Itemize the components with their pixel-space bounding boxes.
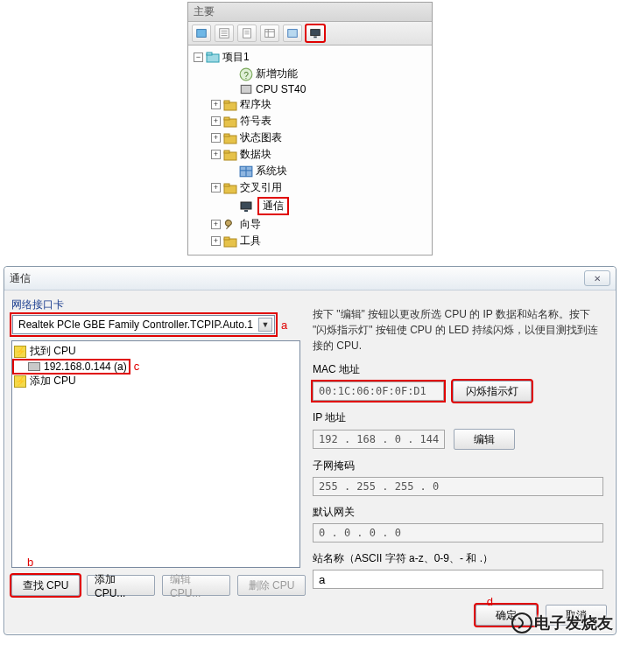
tree-node-symbol-table[interactable]: + 符号表 <box>192 113 428 130</box>
svg-rect-27 <box>224 150 229 153</box>
station-input[interactable] <box>313 570 603 589</box>
expand-icon[interactable]: + <box>211 100 221 109</box>
ip-field: IP 地址 192 . 168 . 0 . 144 编辑 <box>313 410 603 450</box>
gateway-value: 0 . 0 . 0 . 0 <box>313 523 603 542</box>
project-tree: − 项目1 ? 新增功能 CPU ST40 + 程序块 + 符号表 + 状态图表 <box>188 46 432 255</box>
station-label: 站名称（ASCII 字符 a-z、0-9、- 和 .） <box>313 551 603 566</box>
cpu-list-add[interactable]: ⚡ 添加 CPU <box>14 373 298 389</box>
panel-title: 主要 <box>188 3 432 22</box>
tree-node-new-feature[interactable]: ? 新增功能 <box>192 66 428 82</box>
svg-rect-33 <box>241 202 251 209</box>
gateway-field: 默认网关 0 . 0 . 0 . 0 <box>313 505 603 542</box>
svg-rect-34 <box>244 210 248 212</box>
folder-icon <box>223 149 237 161</box>
svg-text:?: ? <box>243 70 249 80</box>
tree-node-status-chart[interactable]: + 状态图表 <box>192 130 428 146</box>
cpu-list[interactable]: ⚡ 找到 CPU 192.168.0.144 (a) c ⚡ 添加 CPU <box>11 340 300 568</box>
tree-node-data-block[interactable]: + 数据块 <box>192 146 428 163</box>
panel-toolbar <box>188 22 432 46</box>
cancel-button[interactable]: 取消 <box>546 605 607 626</box>
mac-label: MAC 地址 <box>313 362 603 377</box>
toolbar-btn-4[interactable] <box>260 24 279 42</box>
tree-node-cross-ref[interactable]: + 交叉引用 <box>192 179 428 196</box>
tree-node-cpu[interactable]: CPU ST40 <box>192 82 428 96</box>
folder-icon <box>223 235 237 248</box>
dialog-footer: d 确定 取消 <box>4 603 616 634</box>
svg-rect-13 <box>311 30 321 36</box>
svg-rect-19 <box>241 85 250 93</box>
ip-label: IP 地址 <box>313 410 603 425</box>
cpu-list-found[interactable]: ⚡ 找到 CPU <box>14 343 298 360</box>
monitor-icon <box>239 200 253 213</box>
toolbar-btn-2[interactable] <box>215 24 234 42</box>
annotation-b: b <box>27 556 33 569</box>
svg-rect-23 <box>224 117 229 120</box>
tree-node-project[interactable]: − 项目1 <box>192 49 428 66</box>
add-cpu-button[interactable]: 添加 CPU... <box>87 575 155 596</box>
nic-combo[interactable]: Realtek PCIe GBE Family Controller.TCPIP… <box>12 315 275 334</box>
table-icon <box>239 165 253 178</box>
bolt-icon: ⚡ <box>14 375 26 388</box>
nic-value: Realtek PCIe GBE Family Controller.TCPIP… <box>18 318 253 331</box>
flash-led-button[interactable]: 闪烁指示灯 <box>453 381 532 402</box>
mac-value: 00:1C:06:0F:0F:D1 <box>313 382 444 401</box>
project-panel: 主要 − 项目1 ? 新增功能 CPU ST40 + 程序块 + <box>187 2 433 256</box>
tree-node-tools[interactable]: + 工具 <box>192 233 428 249</box>
mac-field: MAC 地址 00:1C:06:0F:0F:D1 闪烁指示灯 <box>313 362 603 402</box>
expand-icon[interactable]: + <box>211 133 221 143</box>
annotation-a: a <box>281 318 287 332</box>
annotation-c: c <box>134 360 140 373</box>
subnet-value: 255 . 255 . 255 . 0 <box>313 477 603 496</box>
nic-combo-highlight: Realtek PCIe GBE Family Controller.TCPIP… <box>11 314 276 335</box>
svg-rect-5 <box>243 29 251 38</box>
project-icon <box>206 52 220 64</box>
toolbar-btn-communication[interactable] <box>306 24 325 42</box>
tree-node-communication[interactable]: 通信 <box>192 196 428 216</box>
communication-dialog: 通信 ✕ 网络接口卡 Realtek PCIe GBE Family Contr… <box>4 266 616 635</box>
toolbar-btn-1[interactable] <box>192 24 211 42</box>
expand-icon[interactable]: + <box>211 150 221 159</box>
folder-icon <box>223 99 237 111</box>
svg-rect-32 <box>224 184 229 186</box>
close-button[interactable]: ✕ <box>584 270 610 286</box>
tree-node-program-block[interactable]: + 程序块 <box>192 96 428 113</box>
svg-rect-21 <box>224 101 229 103</box>
wrench-icon <box>223 219 237 231</box>
delete-cpu-button[interactable]: 删除 CPU <box>237 575 306 596</box>
expand-icon[interactable]: + <box>211 116 221 126</box>
subnet-label: 子网掩码 <box>313 458 603 473</box>
tree-node-wizard[interactable]: + 向导 <box>192 216 428 233</box>
expand-icon[interactable]: − <box>194 52 203 62</box>
svg-rect-16 <box>207 52 212 55</box>
svg-rect-9 <box>265 30 275 38</box>
folder-icon <box>223 132 237 144</box>
cpu-button-row: 查找 CPU 添加 CPU... 编辑 CPU... 删除 CPU <box>11 575 300 596</box>
expand-icon[interactable]: + <box>211 183 221 192</box>
station-field: 站名称（ASCII 字符 a-z、0-9、- 和 .） <box>313 551 603 589</box>
expand-icon[interactable]: + <box>211 220 221 229</box>
folder-icon <box>223 182 237 194</box>
subnet-field: 子网掩码 255 . 255 . 255 . 0 <box>313 458 603 496</box>
expand-icon[interactable]: + <box>211 236 221 246</box>
find-cpu-button[interactable]: 查找 CPU <box>11 575 80 596</box>
toolbar-btn-5[interactable] <box>283 24 302 42</box>
ok-button[interactable]: 确定 <box>476 605 537 626</box>
edit-cpu-button[interactable]: 编辑 CPU... <box>162 575 230 596</box>
folder-icon <box>223 116 237 128</box>
chip-icon <box>239 83 253 95</box>
toolbar-btn-3[interactable] <box>237 24 257 42</box>
svg-rect-25 <box>224 134 229 136</box>
bolt-icon: ⚡ <box>14 346 26 358</box>
description-text: 按下 "编辑" 按钮以更改所选 CPU 的 IP 数据和站名称。按下 "闪烁指示… <box>313 306 603 354</box>
dialog-title: 通信 <box>10 271 584 286</box>
cpu-list-ip-item[interactable]: 192.168.0.144 (a) <box>14 360 129 373</box>
gateway-label: 默认网关 <box>313 505 603 520</box>
svg-rect-14 <box>314 37 317 38</box>
tree-node-system-block[interactable]: 系统块 <box>192 163 428 179</box>
svg-rect-36 <box>224 237 229 240</box>
svg-rect-0 <box>197 30 207 38</box>
module-icon <box>28 362 40 371</box>
dropdown-icon[interactable]: ▼ <box>258 318 272 332</box>
nic-label: 网络接口卡 <box>11 298 300 312</box>
edit-ip-button[interactable]: 编辑 <box>454 429 515 450</box>
